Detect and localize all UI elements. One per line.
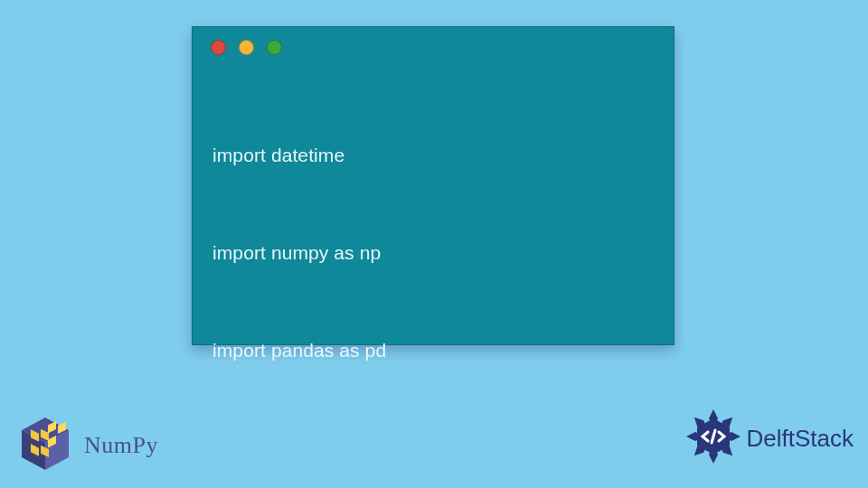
code-window: import datetime import numpy as np impor… — [192, 26, 675, 345]
delftstack-label: DelftStack — [747, 425, 854, 453]
close-icon — [211, 40, 226, 55]
delftstack-badge-icon — [684, 407, 743, 470]
code-line: import numpy as np — [212, 237, 654, 269]
numpy-cube-icon — [17, 416, 73, 475]
code-body: import datetime import numpy as np impor… — [193, 67, 674, 488]
code-line: import datetime — [212, 139, 654, 172]
window-titlebar — [193, 27, 674, 67]
minimize-icon — [239, 40, 254, 55]
maximize-icon — [267, 40, 282, 55]
code-line: import pandas as pd — [212, 334, 654, 367]
delftstack-logo: DelftStack — [684, 407, 854, 470]
numpy-logo: NumPy — [17, 416, 158, 475]
numpy-label: NumPy — [84, 432, 158, 459]
